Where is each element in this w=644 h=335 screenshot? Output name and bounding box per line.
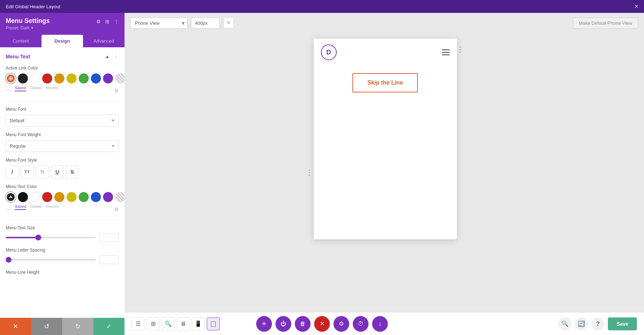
strikethrough-btn[interactable]: S [66, 166, 79, 178]
color-swatch-red[interactable] [42, 73, 52, 83]
drag-dot-r2 [460, 49, 461, 50]
color-swatch-white[interactable] [30, 73, 40, 83]
top-bar-title: Edit Global Header Layout [6, 4, 60, 9]
viewport-select[interactable]: Phone View [130, 18, 187, 29]
color-swatch-blue[interactable] [91, 73, 101, 83]
menu-letter-spacing-slider[interactable] [6, 259, 96, 260]
color-more-btn[interactable]: ··· [6, 87, 10, 94]
text-color-more-btn[interactable]: ··· [6, 206, 10, 212]
menu-text-size-label: Menu Text Size [6, 225, 119, 230]
close-circle-btn[interactable]: ✕ [314, 316, 330, 332]
text-color-swatch-white[interactable] [30, 192, 40, 202]
color-tab-global[interactable]: Global [30, 86, 42, 91]
text-color-swatch-active[interactable] [6, 192, 16, 202]
sort-circle-btn[interactable]: ↕ [372, 316, 388, 332]
toolbar-grid-icon[interactable]: ⊞ [147, 317, 160, 330]
text-color-swatch-custom[interactable] [115, 192, 125, 202]
text-color-swatch-red[interactable] [42, 192, 52, 202]
drag-dot-r3 [460, 52, 461, 53]
text-color-tab-saved[interactable]: Saved [15, 204, 26, 210]
drag-handle-right[interactable] [460, 39, 461, 60]
add-circle-btn[interactable]: + [256, 316, 272, 332]
panel-subtitle: Preset: Dark ▾ [6, 25, 50, 30]
color-settings-icon[interactable]: ⚙ [114, 88, 119, 94]
top-bar: Edit Global Header Layout × [0, 0, 644, 13]
color-swatch-black[interactable] [18, 73, 28, 83]
hamburger-icon[interactable] [442, 49, 450, 55]
menu-text-color-row [6, 192, 119, 202]
menu-letter-spacing-value[interactable]: 0px [99, 255, 119, 264]
color-swatch-green[interactable] [79, 73, 89, 83]
cancel-action-btn[interactable]: ✕ [0, 318, 31, 335]
trash-circle-btn[interactable]: 🗑 [295, 316, 311, 332]
color-swatch-yellow[interactable] [67, 73, 77, 83]
toolbar-menu-icon[interactable]: ☰ [132, 317, 145, 330]
tab-content[interactable]: Content [0, 35, 42, 47]
text-color-settings-icon[interactable]: ⚙ [114, 206, 119, 212]
tab-advanced[interactable]: Advanced [83, 35, 125, 47]
text-color-swatch-purple[interactable] [103, 192, 113, 202]
menu-text-size-value[interactable]: 17px [99, 233, 119, 242]
left-panel: Menu Settings Preset: Dark ▾ ⚙ ⊞ ⋮ Conte… [0, 13, 125, 335]
underline-btn[interactable]: U [51, 166, 64, 178]
italic-btn[interactable]: I [6, 166, 19, 178]
toolbar-desktop-icon[interactable]: 🖥 [177, 317, 190, 330]
text-color-swatch-black2[interactable] [18, 192, 28, 202]
active-link-color-group: Active Link Color [6, 66, 119, 96]
confirm-action-btn[interactable]: ✓ [93, 318, 125, 335]
color-swatch-purple[interactable] [103, 73, 113, 83]
drag-dot-r1 [460, 47, 461, 48]
toolbar-phone-icon[interactable]: 📋 [207, 317, 220, 330]
redo-action-btn[interactable]: ↻ [62, 318, 93, 335]
viewport-px-input[interactable]: 400px [191, 18, 220, 29]
save-button[interactable]: Save [608, 317, 637, 330]
color-swatch-active[interactable] [6, 73, 16, 83]
skip-the-line-btn[interactable]: Skip the Line [352, 73, 418, 92]
search-right-icon[interactable]: 🔍 [558, 317, 571, 330]
menu-text-size-slider[interactable] [6, 237, 96, 238]
menu-font-group: Menu Font Default [6, 107, 119, 126]
menu-letter-spacing-slider-row: 0px [6, 255, 119, 264]
text-color-tab-recent[interactable]: Recent [46, 204, 58, 210]
color-swatch-orange[interactable] [54, 73, 64, 83]
make-default-phone-btn[interactable]: Make Default Phone View [573, 18, 638, 29]
text-color-swatch-green[interactable] [79, 192, 89, 202]
power-circle-btn[interactable]: ⏻ [275, 316, 291, 332]
undo-action-btn[interactable]: ↺ [31, 318, 62, 335]
color-tab-saved[interactable]: Saved [15, 86, 26, 91]
panel-content: Menu Text ▲ ⋮ Active Link Color [0, 47, 125, 335]
color-swatch-custom[interactable] [115, 73, 125, 83]
color-tab-recent[interactable]: Recent [46, 86, 58, 91]
sync-right-icon[interactable]: 🔄 [575, 317, 588, 330]
text-color-swatch-orange[interactable] [54, 192, 64, 202]
menu-font-weight-label: Menu Font Weight [6, 132, 119, 137]
viewport-close-btn[interactable]: × [223, 17, 234, 29]
more-icon[interactable]: ⋮ [114, 19, 119, 24]
text-color-tab-global[interactable]: Global [30, 204, 42, 210]
menu-font-weight-select[interactable]: Regular [6, 140, 119, 152]
close-button[interactable]: × [634, 3, 638, 10]
uppercase-btn[interactable]: TT [21, 166, 34, 178]
menu-font-select[interactable]: Default [6, 115, 119, 126]
tab-design[interactable]: Design [42, 35, 83, 47]
text-color-swatch-yellow[interactable] [67, 192, 77, 202]
drag-dot [309, 172, 310, 173]
toolbar-tablet-icon[interactable]: 📱 [192, 317, 205, 330]
text-color-tabs: Saved Global Recent [15, 204, 58, 210]
settings-icon[interactable]: ⚙ [96, 19, 101, 24]
divider-1 [6, 101, 119, 102]
section-header: Menu Text ▲ ⋮ [6, 53, 119, 60]
help-right-icon[interactable]: ? [591, 317, 604, 330]
section-more-icon[interactable]: ⋮ [113, 53, 119, 60]
collapse-icon[interactable]: ▲ [105, 54, 109, 59]
clock-circle-btn[interactable]: ⏱ [353, 316, 369, 332]
drag-handle-left[interactable] [308, 162, 311, 183]
menu-text-color-group: Menu Text Color ··· [6, 184, 119, 214]
menu-text-size-slider-row: 17px [6, 233, 119, 242]
text-color-swatch-blue[interactable] [91, 192, 101, 202]
toolbar-search-icon[interactable]: 🔍 [162, 317, 175, 330]
settings-circle-btn[interactable]: ⚙ [333, 316, 349, 332]
hamburger-line-3 [442, 54, 450, 55]
columns-icon[interactable]: ⊞ [105, 19, 109, 24]
capitalize-btn[interactable]: Tt [36, 166, 49, 178]
